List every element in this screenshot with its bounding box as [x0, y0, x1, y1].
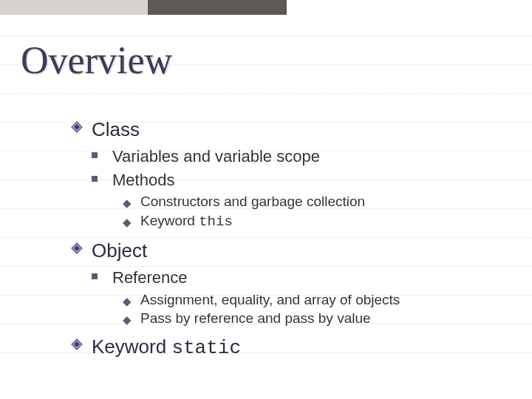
- dot-bullet-icon: ◆: [123, 196, 132, 211]
- code-static: static: [171, 337, 241, 359]
- square-bullet-icon: [92, 152, 98, 158]
- subsubbullet-keyword-this-prefix: Keyword: [140, 213, 199, 228]
- subbullet-reference: Reference: [92, 267, 502, 289]
- code-this: this: [199, 214, 233, 230]
- subsubbullet-assignment: ◆ Assignment, equality, and array of obj…: [123, 290, 502, 310]
- subbullet-methods: Methods: [92, 169, 502, 191]
- subsubbullet-assignment-label: Assignment, equality, and array of objec…: [140, 292, 400, 307]
- subbullet-reference-label: Reference: [112, 268, 188, 287]
- bullet-keyword-static: Keyword static: [71, 334, 502, 361]
- dot-bullet-icon: ◆: [123, 215, 132, 230]
- slide: Overview Class Variables and variable sc…: [0, 0, 532, 399]
- top-accent-band: [0, 0, 532, 15]
- subsubbullet-passby: ◆ Pass by reference and pass by value: [123, 309, 502, 328]
- subbullet-variables: Variables and variable scope: [92, 146, 502, 168]
- bullet-object-label: Object: [92, 239, 147, 262]
- bullet-class: Class: [71, 117, 502, 143]
- accent-light-segment: [0, 0, 148, 15]
- bullet-keyword-static-prefix: Keyword: [92, 335, 171, 358]
- square-bullet-icon: [92, 176, 98, 182]
- subsubbullet-keyword-this: ◆ Keyword this: [123, 211, 502, 232]
- dot-bullet-icon: ◆: [123, 294, 132, 309]
- subsubbullet-passby-label: Pass by reference and pass by value: [140, 310, 371, 326]
- diamond-bullet-icon: [71, 242, 83, 254]
- accent-dark-segment: [148, 0, 287, 15]
- diamond-bullet-icon: [71, 121, 83, 133]
- square-bullet-icon: [92, 273, 98, 279]
- slide-content: Class Variables and variable scope Metho…: [71, 117, 502, 364]
- slide-title: Overview: [21, 38, 172, 82]
- subsubbullet-constructors: ◆ Constructors and garbage collection: [123, 192, 502, 211]
- bullet-class-label: Class: [92, 118, 140, 140]
- subbullet-methods-label: Methods: [112, 171, 174, 189]
- dot-bullet-icon: ◆: [123, 313, 132, 327]
- diamond-bullet-icon: [71, 338, 83, 350]
- subbullet-variables-label: Variables and variable scope: [112, 147, 320, 166]
- bullet-object: Object: [71, 238, 502, 264]
- subsubbullet-constructors-label: Constructors and garbage collection: [140, 194, 365, 209]
